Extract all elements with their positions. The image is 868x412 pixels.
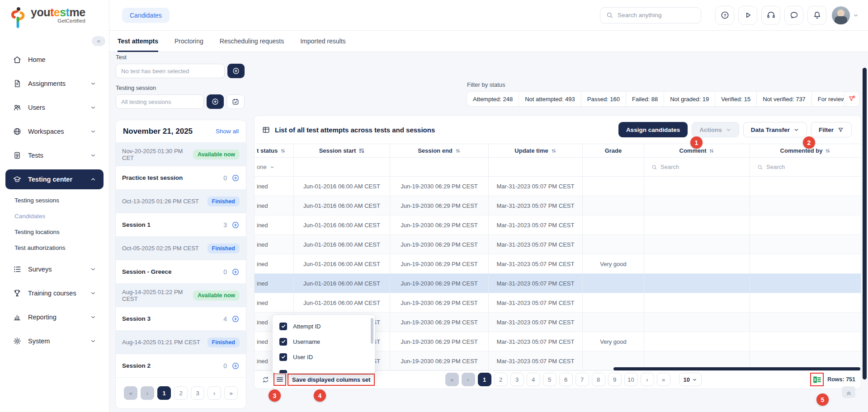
table-row[interactable]: ined Jun-01-2016 06:00 AM CEST Jun-19-20… [255, 196, 861, 215]
status-chip[interactable]: Not attempted: 493 [519, 92, 581, 106]
plus-circle-icon[interactable] [231, 174, 240, 182]
page-button[interactable]: ‹ [462, 373, 475, 386]
global-search[interactable] [600, 7, 701, 23]
table-horizontal-scrollbar[interactable] [613, 367, 860, 370]
table-row[interactable]: ined Jun-01-2016 06:00 AM CEST Jun-19-20… [255, 177, 861, 196]
comment-search-input[interactable] [660, 164, 728, 170]
session-list-item[interactable]: Practice test session 0 [116, 166, 246, 190]
test-select-input[interactable] [116, 64, 225, 78]
page-button[interactable]: 8 [592, 373, 605, 386]
sidebar-subitem[interactable]: Test authorizations [0, 240, 109, 256]
table-row[interactable]: ined Jun-01-2016 06:00 AM CEST Jun-19-20… [255, 293, 861, 313]
page-button[interactable]: 2 [174, 386, 188, 400]
checkbox-checked-icon[interactable] [279, 323, 287, 330]
tutorial-play-button[interactable] [738, 6, 757, 25]
page-button[interactable]: » [224, 386, 238, 400]
status-chip[interactable]: Not verified: 737 [757, 92, 812, 106]
sidebar-item-system[interactable]: System [5, 331, 104, 351]
column-toggle-item[interactable]: Username [273, 334, 375, 349]
page-button[interactable]: › [641, 373, 654, 386]
status-chip[interactable]: Verified: 15 [715, 92, 757, 106]
checkbox-checked-icon[interactable] [279, 353, 287, 361]
actions-button[interactable]: Actions [692, 122, 739, 137]
support-button[interactable] [761, 6, 780, 25]
dropdown-scrollbar[interactable] [371, 318, 373, 344]
sidebar-item-testing-center[interactable]: Testing center [5, 169, 104, 189]
column-header-session-end[interactable]: Session end [390, 144, 489, 157]
session-select-input[interactable] [116, 94, 204, 109]
user-avatar[interactable] [832, 6, 850, 24]
save-displayed-columns-button[interactable]: Save displayed columns set [288, 374, 375, 386]
page-button[interactable]: 5 [543, 373, 557, 386]
status-chip[interactable]: Failed: 88 [626, 92, 664, 106]
page-button[interactable]: 10 [624, 373, 638, 386]
chevron-down-icon[interactable] [853, 12, 859, 19]
column-header-attempt-status[interactable]: t status [255, 144, 294, 157]
tab[interactable]: Test attempts [118, 31, 158, 52]
chat-button[interactable] [784, 6, 803, 25]
filter-button[interactable]: Filter [811, 122, 852, 137]
status-chip[interactable]: Passed: 160 [581, 92, 626, 106]
page-button[interactable]: « [445, 373, 459, 386]
page-button[interactable]: 4 [527, 373, 540, 386]
sidebar-item-assignments[interactable]: Assignments [5, 74, 104, 94]
sidebar-item-home[interactable]: Home [5, 50, 104, 70]
page-button[interactable]: 3 [191, 386, 204, 400]
sidebar-subitem[interactable]: Testing sessions [0, 192, 109, 208]
plus-circle-icon[interactable] [231, 315, 240, 323]
column-header-update-time[interactable]: Update time [489, 144, 583, 157]
column-chooser-button[interactable] [274, 373, 286, 386]
session-list-item[interactable]: Session 2 0 [116, 354, 246, 378]
plus-circle-icon[interactable] [231, 221, 240, 229]
page-button[interactable]: 3 [510, 373, 524, 386]
add-test-button[interactable] [227, 64, 245, 78]
page-button[interactable]: 7 [576, 373, 589, 386]
session-list-item[interactable]: Nov-20-2025 01:30 PM CET Available now [116, 143, 246, 166]
page-vertical-scrollbar[interactable] [863, 68, 867, 379]
table-row[interactable]: ined Jun-01-2016 06:00 AM CEST Jun-19-20… [255, 254, 861, 274]
column-header-session-start[interactable]: Session start [294, 144, 390, 157]
plus-circle-icon[interactable] [231, 362, 240, 370]
tab[interactable]: Imported results [300, 31, 345, 52]
update-time-filter-cell[interactable] [489, 158, 583, 176]
page-size-select[interactable]: 10 [679, 373, 702, 386]
sidebar-item-training-courses[interactable]: Training courses [5, 283, 104, 303]
search-input[interactable] [618, 12, 685, 19]
session-list-item[interactable]: Aug-14-2025 01:21 PM CEST Finished [116, 331, 246, 354]
page-button[interactable]: » [657, 373, 670, 386]
breadcrumb[interactable]: Candidates [122, 8, 170, 23]
sidebar-collapse-button[interactable]: « [92, 36, 105, 46]
add-session-button[interactable] [207, 94, 224, 109]
page-button[interactable]: 2 [494, 373, 508, 386]
sidebar-subitem[interactable]: Testing locations [0, 224, 109, 240]
status-chip[interactable]: Not graded: 19 [664, 92, 715, 106]
sidebar-item-tests[interactable]: Tests [5, 145, 104, 165]
export-excel-button[interactable] [810, 373, 824, 386]
sidebar-subitem[interactable]: Candidates [0, 208, 109, 224]
page-button[interactable]: 1 [478, 373, 491, 386]
table-row[interactable]: ined Jun-01-2016 06:00 AM CEST Jun-19-20… [255, 215, 861, 235]
status-filter-dropdown[interactable]: one [255, 158, 294, 176]
notifications-button[interactable] [807, 6, 826, 25]
tab[interactable]: Rescheduling requests [220, 31, 284, 52]
session-end-filter-cell[interactable] [390, 158, 489, 176]
help-button[interactable]: ? [715, 6, 734, 25]
session-list-item[interactable]: Session 3 4 [116, 307, 246, 331]
column-toggle-item[interactable]: Attempt ID [273, 318, 375, 334]
grade-filter-cell[interactable] [583, 158, 644, 176]
commented-by-search[interactable] [750, 158, 861, 176]
session-calendar-button[interactable] [226, 94, 245, 109]
session-list-item[interactable]: Session - Greece 0 [116, 260, 246, 284]
page-button[interactable]: ‹ [141, 386, 154, 400]
scroll-to-top-button[interactable] [842, 386, 855, 398]
commented-by-search-input[interactable] [766, 164, 834, 170]
table-row[interactable]: ined Jun-01-2016 06:00 AM CEST Jun-19-20… [255, 274, 861, 293]
page-button[interactable]: 1 [157, 386, 171, 400]
checkbox-checked-icon[interactable] [279, 338, 287, 346]
table-row[interactable]: ined Jun-01-2016 06:00 AM CEST Jun-19-20… [255, 235, 861, 254]
page-button[interactable]: 6 [559, 373, 573, 386]
plus-circle-icon[interactable] [231, 268, 240, 276]
session-start-filter-cell[interactable] [294, 158, 390, 176]
sidebar-item-workspaces[interactable]: Workspaces [5, 122, 104, 141]
session-list-item[interactable]: Aug-14-2025 01:22 PM CEST Available now [116, 284, 246, 307]
